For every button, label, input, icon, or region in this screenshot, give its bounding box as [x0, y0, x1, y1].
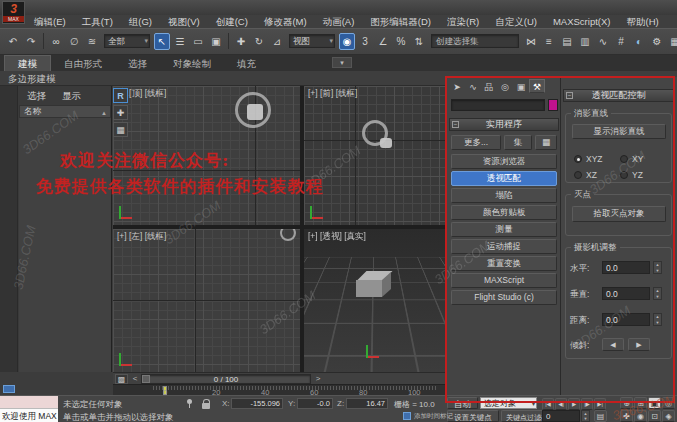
next-frame-arrow[interactable]: > — [313, 374, 323, 384]
camera-field-spinner-3[interactable]: ▲▼ — [653, 313, 662, 326]
spinner-down-icon[interactable]: ▼ — [582, 416, 589, 421]
more-utilities-button[interactable]: 更多... — [451, 135, 501, 150]
z-coordinate-field[interactable]: 16.47 — [346, 398, 388, 409]
menubar-item-1[interactable]: 编辑(E) — [26, 15, 74, 28]
redo-icon[interactable]: ↷ — [23, 33, 39, 50]
pick-vanish-point-button[interactable]: 拾取灭点对象 — [572, 206, 666, 222]
radio-xy[interactable]: XY — [620, 154, 666, 164]
schematic-view-icon[interactable]: # — [613, 33, 629, 50]
scene-box-object[interactable] — [356, 271, 396, 301]
ribbon-toggle-icon[interactable]: ▥ — [577, 33, 593, 50]
utility-button-8[interactable]: MAXScript — [451, 273, 557, 288]
previous-frame-button[interactable]: ◀| — [555, 398, 567, 410]
explorer-name-column-header[interactable]: 名称 ▲ — [19, 105, 111, 118]
select-link-icon[interactable]: ∞ — [48, 33, 64, 50]
ribbon-tab-4[interactable]: 对象绘制 — [160, 56, 224, 71]
camera-field-value-3[interactable]: 0.0 — [602, 313, 650, 326]
maximize-viewport-icon[interactable]: ⊡ — [648, 410, 661, 422]
ribbon-tab-3[interactable]: 选择 — [115, 56, 160, 71]
ribbon-tab-2[interactable]: 自由形式 — [51, 56, 115, 71]
go-to-start-button[interactable]: |◀ — [542, 398, 554, 410]
render-setup-icon[interactable]: ⚙ — [649, 33, 665, 50]
camera-field-spinner-1[interactable]: ▲▼ — [653, 261, 662, 274]
time-slider-thumb[interactable] — [142, 375, 150, 383]
zoom-extents-icon[interactable]: ▣ — [648, 397, 661, 409]
rendered-frame-window-icon[interactable]: ▦ — [667, 33, 677, 50]
align-icon[interactable]: ≡ — [541, 33, 557, 50]
listener-row[interactable]: 欢迎使用 MAX — [0, 409, 58, 422]
menubar-item-4[interactable]: 视图(V) — [160, 15, 208, 28]
use-pivot-center-icon[interactable]: ◉ — [339, 33, 355, 50]
viewport-tools-icon[interactable]: ✚ — [113, 105, 128, 120]
utility-button-4[interactable]: 颜色剪贴板 — [451, 205, 557, 220]
radio-xz[interactable]: XZ — [574, 170, 620, 180]
walk-through-icon[interactable]: ◈ — [662, 410, 675, 422]
select-rotate-icon[interactable]: ↻ — [251, 33, 267, 50]
ribbon-tab-1[interactable]: 建模 — [4, 55, 51, 71]
undo-icon[interactable]: ↶ — [5, 33, 21, 50]
modify-tab[interactable]: ∿ — [465, 79, 481, 93]
show-vanishing-lines-button[interactable]: 显示消影直线 — [572, 124, 666, 139]
app-logo[interactable]: 3 MAX — [2, 1, 25, 24]
viewport-perspective-label[interactable]: [+] [透视] [真实] — [308, 231, 366, 243]
menubar-item-11[interactable]: MAXScript(X) — [545, 15, 619, 28]
maxscript-mini-listener[interactable]: 欢迎使用 MAX — [0, 396, 58, 422]
utility-button-9[interactable]: Flight Studio (c) — [451, 290, 557, 305]
curve-editor-icon[interactable]: ∿ — [595, 33, 611, 50]
menubar-item-9[interactable]: 渲染(R) — [439, 15, 487, 28]
window-crossing-icon[interactable]: ▣ — [208, 33, 224, 50]
explorer-menu-display[interactable]: 显示 — [62, 90, 81, 103]
ribbon-collapse-button[interactable]: ▾ — [332, 57, 352, 68]
select-scale-icon[interactable]: ⊿ — [269, 33, 285, 50]
selection-filter-dropdown[interactable]: 全部▾ — [104, 34, 150, 48]
open-mini-curve-editor-icon[interactable]: ▩ — [115, 374, 128, 384]
time-slider[interactable]: 0 / 100 — [141, 374, 311, 384]
collapse-icon[interactable]: − — [566, 92, 573, 99]
select-object-icon[interactable]: ↖ — [154, 33, 170, 50]
menubar-item-6[interactable]: 修改器(M) — [256, 15, 315, 28]
pan-icon[interactable]: ✚ — [620, 410, 633, 422]
x-coordinate-field[interactable]: -155.096 — [231, 398, 283, 409]
time-tag-icon[interactable] — [403, 412, 411, 420]
add-time-tag-label[interactable]: 添加时间标记 — [414, 412, 453, 421]
hierarchy-tab[interactable]: 品 — [481, 79, 497, 93]
tilt-right-button[interactable]: ▶ — [628, 338, 650, 351]
sets-button[interactable]: 集 — [504, 135, 532, 150]
selection-lock-icon[interactable] — [202, 403, 210, 409]
reference-coordinate-dropdown[interactable]: 视图▾ — [289, 34, 335, 48]
camera-field-spinner-2[interactable]: ▲▼ — [653, 287, 662, 300]
angle-snap-icon[interactable]: ∠ — [375, 33, 391, 50]
explorer-menu-select[interactable]: 选择 — [27, 90, 46, 103]
fov-icon[interactable]: ◎ — [662, 397, 675, 409]
object-name-field[interactable] — [451, 99, 545, 111]
utility-button-7[interactable]: 重置变换 — [451, 256, 557, 271]
menubar-item-8[interactable]: 图形编辑器(D) — [362, 15, 439, 28]
spinner-snap-icon[interactable]: ⇅ — [411, 33, 427, 50]
menubar-item-7[interactable]: 动画(A) — [315, 15, 363, 28]
selection-region-icon[interactable]: ▭ — [190, 33, 206, 50]
utility-button-1[interactable]: 资源浏览器 — [451, 154, 557, 169]
create-tab[interactable]: ➤ — [449, 79, 465, 93]
key-filter-dropdown[interactable]: 选定对象 ▾ — [480, 397, 537, 409]
select-by-name-icon[interactable]: ☰ — [172, 33, 188, 50]
viewport-left[interactable]: [+] [左] [线框] — [113, 229, 300, 372]
macro-recorder-row[interactable] — [0, 396, 58, 409]
spinner-down-icon[interactable]: ▼ — [654, 294, 661, 300]
set-key-button[interactable]: 设置关键点 — [447, 410, 499, 422]
utilities-tab[interactable]: ⚒ — [529, 79, 545, 93]
percent-snap-icon[interactable]: % — [393, 33, 409, 50]
viewport-front-label[interactable]: [+] [前] [线框] — [308, 88, 357, 100]
zoom-icon[interactable]: ⊕ — [620, 397, 633, 409]
layer-manager-icon[interactable]: ▤ — [559, 33, 575, 50]
viewport-r-icon[interactable]: R — [113, 88, 128, 103]
viewport-front[interactable]: [+] [前] [线框] — [304, 86, 446, 225]
perspective-match-rollout-header[interactable]: − 透视匹配控制 — [563, 89, 674, 102]
material-editor-icon[interactable]: ◐ — [631, 33, 647, 50]
collapse-icon[interactable]: − — [452, 121, 459, 128]
go-to-end-button[interactable]: ▶| — [594, 398, 606, 410]
viewport-perspective[interactable]: [+] [透视] [真实] — [304, 229, 446, 372]
tilt-left-button[interactable]: ◀ — [602, 338, 624, 351]
utility-button-2[interactable]: 透视匹配 — [451, 171, 557, 186]
menubar-item-3[interactable]: 组(G) — [121, 15, 160, 28]
object-color-swatch[interactable] — [548, 99, 558, 111]
